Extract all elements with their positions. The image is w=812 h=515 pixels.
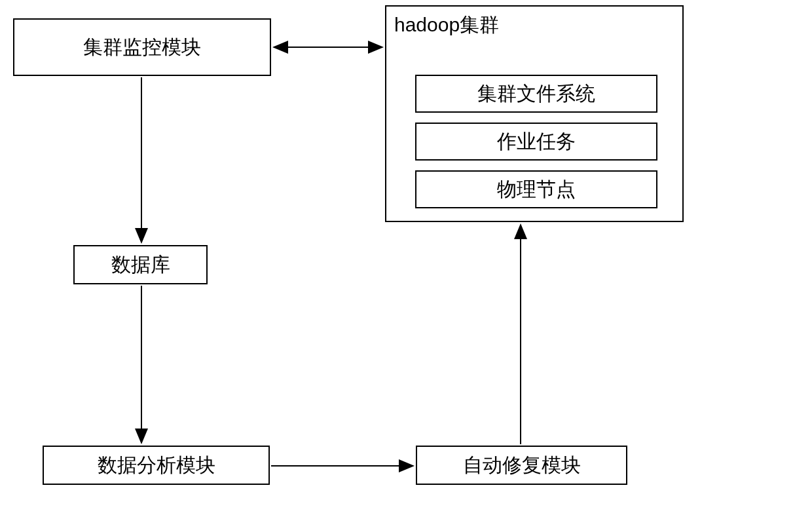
job-task-box: 作业任务 — [415, 123, 657, 161]
data-analysis-label: 数据分析模块 — [98, 452, 215, 479]
monitor-module-box: 集群监控模块 — [13, 18, 271, 76]
hadoop-cluster-title: hadoop集群 — [394, 12, 499, 39]
monitor-module-label: 集群监控模块 — [83, 34, 201, 61]
cluster-file-system-label: 集群文件系统 — [477, 81, 595, 107]
cluster-file-system-box: 集群文件系统 — [415, 75, 657, 113]
physical-node-label: 物理节点 — [497, 176, 576, 203]
data-analysis-box: 数据分析模块 — [43, 446, 270, 485]
auto-repair-box: 自动修复模块 — [416, 446, 627, 485]
database-box: 数据库 — [73, 245, 208, 284]
hadoop-cluster-container: hadoop集群 集群文件系统 作业任务 物理节点 — [385, 5, 684, 222]
auto-repair-label: 自动修复模块 — [463, 452, 581, 479]
job-task-label: 作业任务 — [497, 128, 576, 155]
database-label: 数据库 — [111, 252, 170, 278]
physical-node-box: 物理节点 — [415, 170, 657, 208]
